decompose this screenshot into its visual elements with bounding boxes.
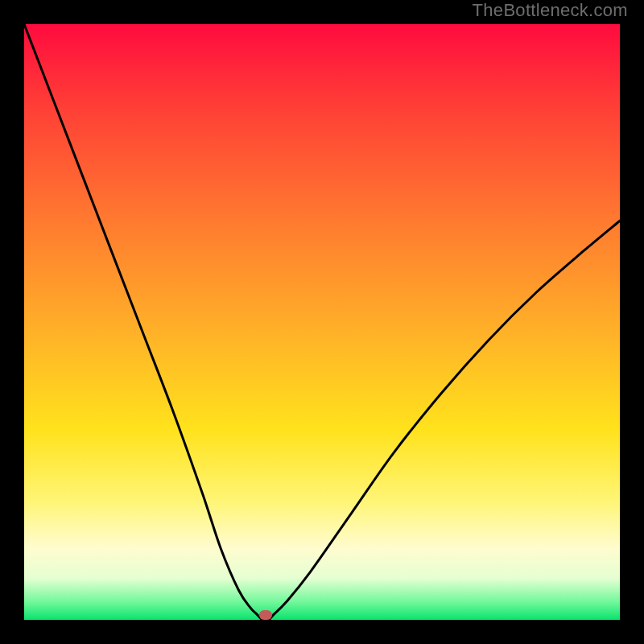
watermark-text: TheBottleneck.com: [473, 0, 628, 21]
chart-plot-area: [24, 24, 620, 620]
bottleneck-curve: [24, 24, 620, 620]
emphasis-marker: [259, 610, 272, 620]
chart-curve-svg: [24, 24, 620, 620]
chart-outer-frame: [13, 13, 631, 631]
